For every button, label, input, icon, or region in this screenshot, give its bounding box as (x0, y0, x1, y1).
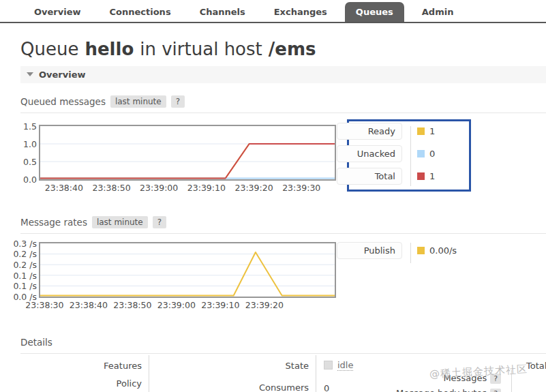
vhost-name: /ems (269, 39, 316, 59)
details-divider (316, 355, 316, 392)
total-color-swatch (417, 172, 425, 180)
x-tick-label: 23:38:50 (113, 300, 151, 310)
y-tick-label: 0.3 /s (13, 238, 37, 248)
message-body-bytes-label: Message body bytes? (361, 388, 501, 392)
queue-name: hello (85, 39, 134, 59)
y-tick-label: 0.0 (23, 174, 37, 184)
x-tick-label: 23:38:50 (92, 183, 130, 193)
legend-row-total: Total 1 (337, 168, 435, 185)
rates-plot-area (39, 242, 336, 298)
chevron-down-icon (27, 72, 33, 76)
details-heading: Details (20, 337, 546, 349)
ready-color-swatch (417, 127, 425, 135)
legend-row-unacked: Unacked 0 (337, 146, 435, 162)
messages-label-text: Messages (443, 373, 487, 383)
tab-queues[interactable]: Queues (345, 2, 404, 22)
overview-section-label: Overview (39, 70, 86, 80)
tab-overview[interactable]: Overview (23, 2, 92, 22)
message-rates-legend: Publish 0.00/s (336, 242, 500, 311)
x-tick-label: 23:39:20 (234, 183, 273, 193)
total-value: 1 (429, 171, 435, 181)
y-tick-label: 0.2 /s (13, 249, 37, 259)
ready-value: 1 (429, 126, 435, 136)
consumers-value: 0 (324, 383, 329, 392)
y-tick-label: 1.0 (23, 138, 37, 149)
message-rates-heading: Message rates (20, 217, 87, 228)
publish-rate-value: 0.00/s (429, 245, 457, 256)
unacked-label-chip: Unacked (337, 145, 402, 162)
rates-x-axis-labels: 23:38:3023:38:4023:38:5023:39:0023:39:10… (39, 300, 336, 311)
y-tick-label: 0.2 /s (13, 260, 37, 270)
x-tick-label: 23:38:40 (70, 300, 108, 310)
queued-messages-row: 1.51.00.50.0 23:38:4023:38:5023:39:0023:… (14, 125, 546, 194)
message-rates-row: 0.3 /s0.2 /s0.2 /s0.1 /s0.1 /s0.0 /s 23:… (14, 242, 546, 311)
y-tick-label: 0.5 (23, 156, 37, 166)
publish-color-swatch (417, 247, 425, 254)
x-tick-label: 23:39:00 (157, 300, 196, 310)
overview-section-header[interactable]: Overview (20, 66, 546, 83)
tab-exchanges[interactable]: Exchanges (263, 2, 338, 22)
rabbitmq-queue-page: Overview Connections Channels Exchanges … (0, 0, 546, 392)
x-tick-label: 23:39:10 (187, 183, 226, 193)
idle-state-icon (324, 361, 333, 370)
x-tick-label: 23:39:20 (245, 300, 284, 310)
x-tick-label: 23:38:30 (25, 300, 63, 310)
details-divider (149, 355, 149, 392)
unacked-value: 0 (429, 149, 435, 159)
state-value: idle (324, 360, 353, 371)
tab-channels[interactable]: Channels (189, 2, 256, 22)
title-vhost-words: in virtual host (140, 39, 262, 59)
x-tick-label: 23:39:10 (201, 300, 239, 310)
rates-range-badge[interactable]: last minute (92, 216, 148, 228)
divider (20, 112, 546, 113)
queued-plot-area (39, 125, 336, 181)
y-tick-label: 1.5 (23, 121, 37, 131)
unacked-color-swatch (417, 150, 425, 157)
state-label: State (184, 361, 309, 371)
ready-label-chip: Ready (337, 123, 402, 140)
queued-help-icon[interactable]: ? (171, 95, 185, 108)
queued-messages-legend: Ready 1 Unacked 0 Total 1 (336, 125, 500, 194)
consumers-label: Consumers (184, 382, 309, 392)
messages-label: Messages? (361, 373, 501, 383)
legend-row-ready: Ready 1 (337, 123, 435, 140)
y-tick-label: 0.1 /s (13, 281, 37, 291)
queued-messages-heading: Queued messages (20, 96, 106, 107)
message-rates-chart: 0.3 /s0.2 /s0.2 /s0.1 /s0.1 /s0.0 /s 23:… (14, 242, 336, 311)
top-tab-bar: Overview Connections Channels Exchanges … (0, 0, 546, 23)
message-rates-heading-row: Message rates last minute ? (20, 216, 546, 229)
features-label: Features (20, 361, 142, 371)
y-tick-label: 0.1 /s (13, 270, 37, 280)
queued-y-axis-labels: 1.51.00.50.0 (14, 125, 39, 194)
page-title: Queuehelloin virtual host/ems (20, 40, 546, 60)
publish-label-chip: Publish (337, 242, 402, 259)
policy-label: Policy (20, 378, 142, 389)
rates-help-icon[interactable]: ? (153, 216, 166, 228)
message-body-help-icon[interactable]: ? (490, 389, 501, 392)
x-tick-label: 23:39:30 (282, 183, 320, 193)
details-table: Features Policy Operator policy State Co… (20, 354, 546, 392)
legend-row-publish: Publish 0.00/s (337, 243, 457, 259)
divider (20, 233, 546, 234)
total-column-header: Total (526, 361, 546, 371)
tab-admin[interactable]: Admin (411, 2, 465, 22)
x-tick-label: 23:39:00 (140, 183, 178, 193)
queued-messages-heading-row: Queued messages last minute ? (20, 95, 546, 108)
messages-help-icon[interactable]: ? (490, 374, 501, 384)
title-queue-word: Queue (20, 39, 78, 59)
queued-range-badge[interactable]: last minute (110, 95, 166, 108)
x-tick-label: 23:38:40 (45, 183, 83, 193)
queued-messages-chart: 1.51.00.50.0 23:38:4023:38:5023:39:0023:… (14, 125, 336, 194)
details-divider (511, 370, 512, 392)
message-body-bytes-text: Message body bytes (396, 388, 487, 392)
queued-x-axis-labels: 23:38:4023:38:5023:39:0023:39:1023:39:20… (39, 183, 336, 194)
tab-connections[interactable]: Connections (99, 2, 182, 22)
state-idle-text: idle (337, 360, 353, 371)
total-label-chip: Total (337, 168, 402, 185)
